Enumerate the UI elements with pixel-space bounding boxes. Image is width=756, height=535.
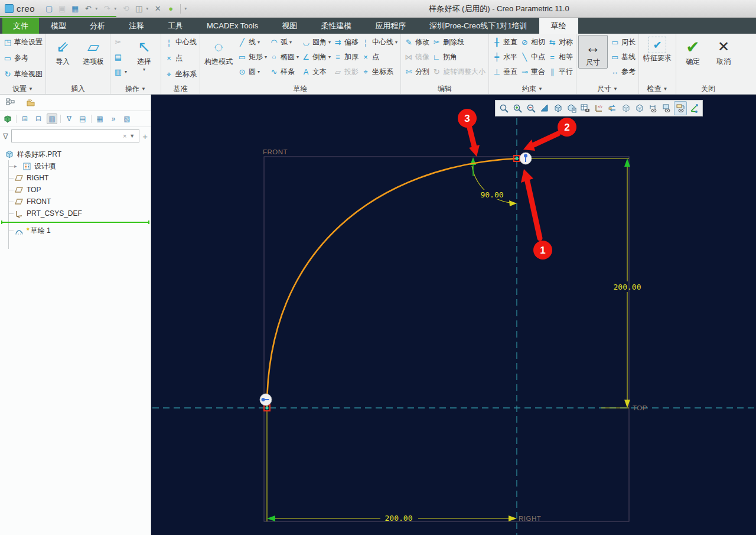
model-tree-tab-icon[interactable] (4, 96, 18, 109)
clear-search-icon[interactable]: × (122, 132, 128, 140)
centerline-button[interactable]: ¦ 中心线▾ (360, 35, 399, 50)
palette-button[interactable]: ▱ 选项板 (79, 35, 108, 67)
dimension-button[interactable]: ↔ 尺寸 (578, 35, 608, 69)
tab-view[interactable]: 视图 (270, 18, 309, 34)
group-label-operations[interactable]: 操作▼ (112, 84, 159, 94)
sketch-display-toggle-icon[interactable] (674, 101, 687, 115)
baseline-button[interactable]: ▭ 基线 (609, 50, 637, 64)
paste-button[interactable]: ▥ ▾ (112, 64, 128, 79)
dim-display-toggle-icon[interactable] (647, 101, 660, 115)
text-button[interactable]: A 文本 (300, 64, 332, 79)
group-label-dimension[interactable]: 尺寸▼ (578, 84, 637, 94)
tab-mcadex[interactable]: MCADEx Tools (195, 18, 270, 34)
tree-item-design-items[interactable]: ▸ 设计项 (0, 160, 151, 172)
zoom-in-icon[interactable] (511, 101, 524, 115)
cut-button[interactable]: ✂ (112, 35, 128, 50)
repaint-icon[interactable] (538, 101, 551, 115)
modify-button[interactable]: ✎ 修改 (403, 35, 431, 50)
save-icon[interactable]: ▦ (69, 3, 81, 15)
tree-copy-icon[interactable]: ▤ (77, 114, 88, 124)
regenerate-icon[interactable]: ⟲ (120, 3, 132, 15)
offset-button[interactable]: ⇉ 偏移 (332, 35, 360, 50)
spline-button[interactable]: ∿ 样条 (268, 64, 300, 79)
rotate-resize-button[interactable]: ↻ 旋转调整大小 (431, 64, 487, 79)
arc-button[interactable]: ◠ 弧▾ (268, 35, 300, 50)
group-label-inspect[interactable]: 检查▼ (641, 84, 674, 94)
window-switch-icon[interactable]: ◫ (133, 3, 145, 15)
reference-dim-button[interactable]: ↔ 参考 (609, 64, 637, 79)
cancel-button[interactable]: ✕ 取消 (709, 35, 738, 67)
datum-centerline-button[interactable]: ¦ 中心线 (163, 35, 198, 50)
tree-item-right-plane[interactable]: RIGHT (0, 172, 151, 184)
tree-overflow-icon[interactable]: » (108, 114, 119, 124)
new-file-icon[interactable]: ▢ (43, 3, 55, 15)
vertical-constraint-button[interactable]: ╂ 竖直 (491, 35, 519, 50)
point-button[interactable]: × 点 (360, 50, 399, 64)
expander-icon[interactable]: ▸ (14, 163, 19, 169)
mirror-button[interactable]: ⋈ 镜像 (403, 50, 431, 64)
ok-button[interactable]: ✔ 确定 (678, 35, 708, 67)
tab-sketch[interactable]: 草绘 (539, 18, 578, 34)
redo-dropdown-icon[interactable]: ▾ (114, 6, 119, 11)
tree-item-csys[interactable]: PRT_CSYS_DEF (0, 207, 151, 219)
tree-item-part[interactable]: 样条好坏.PRT (0, 148, 151, 160)
constraint-display-toggle-icon[interactable] (660, 101, 673, 115)
rectangle-button[interactable]: ▭ 矩形▾ (236, 50, 268, 64)
perimeter-button[interactable]: ▭ 周长 (609, 35, 637, 50)
vertical-dimension[interactable]: 200.00 (517, 158, 641, 408)
sketch-csys-button[interactable]: ⌖ 坐标系 (360, 64, 399, 79)
tab-training[interactable]: 深圳Proe-Creo线下1对1培训 (418, 18, 539, 34)
import-button[interactable]: ⇙ 导入 (48, 35, 77, 67)
tab-file[interactable]: 文件 (2, 18, 39, 34)
tab-annotate[interactable]: 注释 (117, 18, 156, 34)
sketch-setup-button[interactable]: ◳ 草绘设置 (2, 35, 44, 50)
tree-item-sketch[interactable]: * 草绘 1 (0, 225, 151, 236)
angle-dimension-value[interactable]: 90.00 (480, 190, 503, 199)
datum-csys-button[interactable]: ⌖ 坐标系 (163, 67, 198, 82)
tab-applications[interactable]: 应用程序 (363, 18, 418, 34)
thicken-button[interactable]: ≡ 加厚 (332, 50, 360, 64)
spin-center-icon[interactable] (620, 101, 633, 115)
group-label-setup[interactable]: 设置▼ (2, 84, 44, 94)
select-dropdown-icon[interactable]: ▾ (143, 67, 145, 72)
equal-constraint-button[interactable]: = 相等 (546, 50, 574, 64)
select-button[interactable]: ↖ 选择 ▾ (129, 35, 159, 73)
datum-display-icon[interactable]: x/y (592, 101, 605, 115)
customize-qat-icon[interactable]: ▾ (184, 6, 189, 11)
show-cube-icon[interactable] (2, 114, 13, 124)
undo-dropdown-icon[interactable]: ▾ (95, 6, 100, 11)
view-manager-icon[interactable] (579, 101, 592, 115)
copy-button[interactable]: ▤ (112, 50, 128, 64)
horizontal-tangent-constraint-icon[interactable] (260, 394, 272, 406)
circle-button[interactable]: ⊙ 圆▾ (236, 64, 268, 79)
tree-settings-icon[interactable]: ▧ (122, 114, 132, 124)
line-button[interactable]: ╱ 线▾ (236, 35, 268, 50)
paste-dropdown-icon[interactable]: ▾ (125, 69, 127, 74)
vertical-tangent-constraint-icon[interactable] (520, 153, 532, 164)
group-label-constrain[interactable]: 约束▼ (491, 84, 574, 94)
fillet-button[interactable]: ◡ 圆角▾ (300, 35, 332, 50)
tangent-constraint-button[interactable]: ⊘ 相切 (519, 35, 546, 50)
midpoint-constraint-button[interactable]: ╲ 中点 (519, 50, 546, 64)
tab-model[interactable]: 模型 (39, 18, 78, 34)
collapse-all-icon[interactable]: ⊟ (33, 114, 44, 124)
divide-button[interactable]: ✄ 分割 (403, 64, 431, 79)
add-filter-icon[interactable]: + (142, 131, 148, 141)
horizontal-dimension[interactable]: 200.00 (267, 410, 517, 523)
display-style-icon[interactable] (552, 101, 565, 115)
perpendicular-constraint-button[interactable]: ⊥ 垂直 (491, 64, 519, 79)
horizontal-dimension-value[interactable]: 200.00 (385, 514, 413, 523)
tree-item-top-plane[interactable]: TOP (0, 184, 151, 196)
coincident-constraint-button[interactable]: ⊸ 重合 (519, 64, 546, 79)
horizontal-constraint-button[interactable]: ┿ 水平 (491, 50, 519, 64)
tree-item-front-plane[interactable]: FRONT (0, 196, 151, 207)
insertion-locator[interactable] (1, 222, 149, 223)
chamfer-button[interactable]: ∠ 倒角▾ (300, 50, 332, 64)
references-button[interactable]: ▭ 参考 (2, 51, 30, 66)
corner-button[interactable]: ∟ 拐角 (431, 50, 487, 64)
construction-mode-button[interactable]: ◌ 构造模式 (202, 35, 235, 67)
datum-point-button[interactable]: × 点 (163, 51, 184, 66)
tab-tools[interactable]: 工具 (156, 18, 195, 34)
window-dropdown-icon[interactable]: ▾ (146, 6, 151, 11)
symmetric-constraint-button[interactable]: ⇆ 对称 (546, 35, 574, 50)
